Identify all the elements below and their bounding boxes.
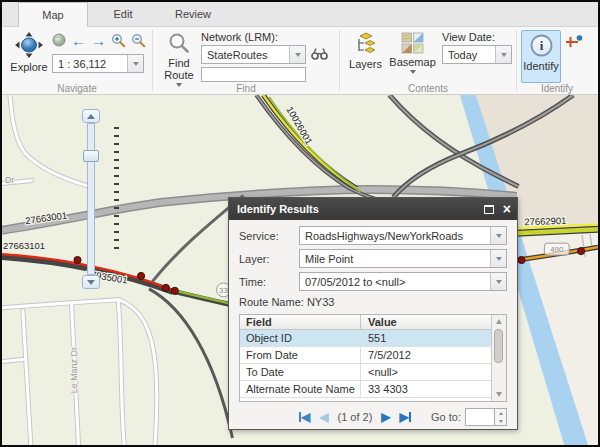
zoom-slider-track[interactable]	[87, 123, 95, 275]
layer-combobox[interactable]: Mile Point	[299, 249, 507, 268]
table-header-row: Field Value	[240, 315, 491, 330]
basemap-label: Basemap	[389, 56, 435, 68]
page-indicator: (1 of 2)	[337, 411, 372, 423]
zoom-out-icon[interactable]	[131, 33, 146, 50]
maximize-icon[interactable]	[484, 205, 494, 214]
explore-label: Explore	[10, 61, 47, 73]
measure-crosshair-icon	[565, 40, 583, 52]
find-route-magnifier-icon	[168, 32, 190, 57]
route-yellow-steep	[263, 95, 360, 191]
route-label-27663101: 27663101	[3, 240, 45, 251]
basemap-icon	[401, 32, 424, 56]
route-name-value: NY33	[307, 296, 335, 308]
zoom-slider-handle[interactable]	[83, 150, 99, 162]
time-combobox[interactable]: 07/05/2012 to <null>	[299, 272, 507, 291]
contents-group-label: Contents	[340, 83, 516, 94]
time-label: Time:	[239, 276, 299, 288]
service-label: Service:	[239, 230, 299, 242]
service-value: RoadsHighways/NewYorkRoads	[300, 230, 490, 242]
layer-value: Mile Point	[300, 253, 490, 265]
chevron-down-icon[interactable]	[289, 46, 305, 63]
identify-group-label: Identify	[517, 83, 597, 94]
back-arrow-icon[interactable]: ←	[71, 34, 86, 48]
view-date-label: View Date:	[442, 31, 512, 43]
zoom-slider-ticks	[114, 127, 119, 255]
table-row[interactable]: To Date <null>	[240, 364, 491, 381]
explore-button[interactable]: Explore	[6, 30, 52, 82]
route-label-27662901: 27662901	[524, 215, 566, 227]
chevron-down-icon[interactable]	[490, 227, 506, 244]
table-row[interactable]: Alternate Route Name 33 4303	[240, 381, 491, 398]
chevron-down-icon[interactable]	[490, 250, 506, 267]
scrollbar-thumb[interactable]	[494, 329, 503, 363]
value-column-header: Value	[360, 315, 491, 329]
binoculars-icon[interactable]	[311, 47, 328, 62]
identify-button[interactable]: i Identify	[521, 30, 561, 83]
first-page-button[interactable]: ◀	[299, 410, 310, 424]
layer-label: Layer:	[239, 253, 299, 265]
basemap-button[interactable]: Basemap	[387, 30, 438, 82]
dialog-titlebar[interactable]: Identify Results ×	[229, 198, 517, 220]
basemap-dropdown-icon	[410, 70, 416, 74]
chevron-down-icon[interactable]	[490, 273, 506, 290]
zoom-slider-minus-button[interactable]	[82, 275, 100, 289]
identify-route-measure-button[interactable]	[561, 30, 583, 82]
zoom-in-icon[interactable]	[111, 33, 126, 50]
pagination-bar: ◀ ◀ (1 of 2) ▶ ▶ Go to:	[239, 405, 507, 429]
tab-edit[interactable]: Edit	[88, 2, 158, 26]
scroll-down-icon[interactable]	[492, 389, 506, 400]
network-lrm-label: Network (LRM):	[201, 31, 328, 43]
route-name-label: Route Name:	[239, 296, 304, 308]
attributes-table: Field Value Object ID 551 From Date 7/5/…	[239, 314, 507, 402]
interstate-490-shield: 490	[550, 245, 564, 254]
chevron-down-icon[interactable]	[127, 55, 143, 72]
last-page-button[interactable]: ▶	[400, 410, 411, 424]
street-label-dr: Dr	[5, 174, 14, 184]
explore-icon	[14, 32, 44, 61]
view-date-combobox[interactable]: Today	[442, 45, 512, 64]
tab-map[interactable]: Map	[18, 2, 88, 27]
ribbon: Map Edit Review	[2, 2, 598, 95]
previous-page-button[interactable]: ◀	[319, 410, 328, 424]
group-navigate: Explore ← →	[2, 27, 152, 94]
service-combobox[interactable]: RoadsHighways/NewYorkRoads	[299, 226, 507, 245]
app-window: Map Edit Review	[0, 0, 600, 447]
map-canvas[interactable]: 490 33 27663001 27663101 27935001 276629…	[2, 95, 598, 445]
goto-label: Go to:	[431, 411, 461, 423]
chevron-down-icon[interactable]	[495, 46, 511, 63]
group-identify: i Identify	[517, 27, 597, 94]
scroll-up-icon[interactable]	[492, 316, 506, 327]
goto-spinner[interactable]	[495, 408, 507, 426]
close-icon[interactable]: ×	[503, 204, 511, 214]
layers-icon	[354, 32, 378, 58]
layers-label: Layers	[349, 58, 382, 70]
network-lrm-value: StateRoutes	[202, 49, 289, 61]
find-route-label-2: Route	[164, 69, 193, 81]
view-date-value: Today	[443, 49, 495, 61]
identify-results-dialog: Identify Results × Service: RoadsHighway…	[228, 197, 518, 430]
map-zoom-slider[interactable]	[82, 109, 100, 289]
find-group-label: Find	[153, 83, 339, 94]
find-route-input[interactable]	[201, 67, 306, 82]
map-scale-value: 1 : 36,112	[53, 58, 127, 70]
map-scale-combobox[interactable]: 1 : 36,112	[52, 54, 144, 73]
tab-review[interactable]: Review	[158, 2, 228, 26]
identify-label: Identify	[523, 60, 558, 72]
time-value: 07/05/2012 to <null>	[300, 276, 490, 288]
table-row[interactable]: From Date 7/5/2012	[240, 347, 491, 364]
goto-page-input[interactable]	[465, 408, 495, 426]
street-casings	[2, 95, 157, 445]
table-row[interactable]: Object ID 551	[240, 330, 491, 347]
dialog-title: Identify Results	[237, 203, 319, 215]
street-label-le-manz-dr: Le Manz Dr	[69, 347, 79, 393]
layers-button[interactable]: Layers	[344, 30, 387, 82]
zoom-slider-plus-button[interactable]	[82, 109, 100, 123]
globe-icon[interactable]	[52, 33, 66, 49]
find-route-button[interactable]: Find Route	[157, 30, 201, 82]
table-scrollbar[interactable]	[491, 315, 506, 401]
forward-arrow-icon[interactable]: →	[91, 34, 106, 48]
network-lrm-combobox[interactable]: StateRoutes	[201, 45, 306, 64]
navigate-group-label: Navigate	[2, 83, 152, 94]
next-page-button[interactable]: ▶	[381, 410, 390, 424]
ribbon-tabbar: Map Edit Review	[2, 2, 598, 27]
